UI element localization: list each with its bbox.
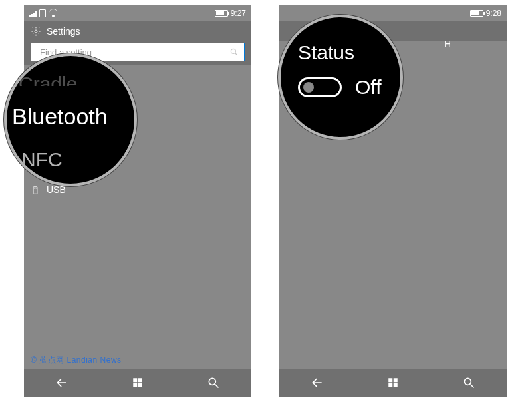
search-button[interactable] (461, 375, 477, 391)
search-icon (229, 47, 239, 57)
start-button[interactable] (130, 375, 146, 391)
nav-bar (279, 369, 507, 397)
svg-line-17 (471, 385, 474, 388)
usb-icon (31, 185, 40, 194)
settings-header: Settings (24, 21, 251, 41)
gear-icon (31, 26, 41, 37)
svg-rect-9 (138, 383, 142, 387)
svg-rect-7 (138, 378, 142, 382)
svg-line-2 (235, 53, 237, 55)
toggle-knob (303, 82, 314, 93)
signal-icon (29, 9, 37, 17)
sim-icon (39, 9, 46, 17)
clock: 9:27 (231, 9, 246, 18)
search-button[interactable] (205, 375, 221, 391)
battery-icon (470, 10, 483, 17)
back-button[interactable] (309, 375, 325, 391)
svg-rect-3 (33, 187, 37, 194)
status-label: Status (298, 41, 354, 64)
svg-point-10 (209, 378, 215, 385)
svg-rect-15 (394, 383, 398, 387)
toggle-value: Off (355, 76, 381, 99)
svg-rect-13 (394, 378, 398, 382)
svg-point-0 (35, 30, 37, 33)
magnified-item-bluetooth[interactable]: Bluetooth (7, 86, 134, 148)
header-title-fragment: H (444, 39, 451, 49)
clock: 9:28 (486, 9, 501, 18)
start-button[interactable] (385, 375, 401, 391)
nav-bar (24, 369, 251, 397)
wifi-icon (49, 9, 58, 17)
page-title: Settings (47, 26, 80, 37)
svg-rect-14 (388, 383, 392, 387)
bluetooth-toggle[interactable] (298, 77, 342, 97)
back-button[interactable] (54, 375, 70, 391)
svg-rect-6 (133, 378, 137, 382)
svg-rect-12 (388, 378, 392, 382)
svg-point-16 (464, 378, 471, 385)
magnified-item-above: Cradle (7, 73, 134, 86)
magnifier-right: Status Off (278, 15, 403, 140)
svg-rect-8 (133, 383, 137, 387)
svg-point-1 (231, 49, 235, 53)
status-bar: 9:28 (279, 5, 507, 21)
svg-line-11 (215, 385, 219, 388)
battery-icon (215, 10, 228, 17)
watermark: © 蓝点网 Landian News (31, 355, 122, 366)
magnified-item-below: NFC (7, 148, 134, 166)
status-bar: 9:27 (24, 5, 251, 21)
magnifier-left: Cradle Bluetooth NFC (4, 53, 137, 186)
